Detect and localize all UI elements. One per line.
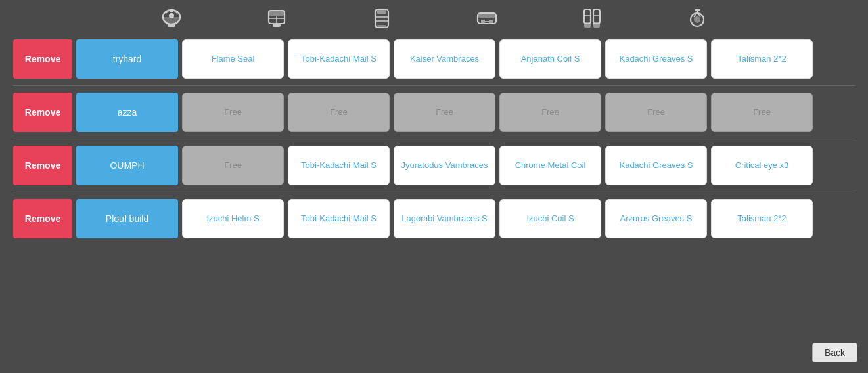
armor-piece-cell[interactable]: Free: [288, 93, 390, 132]
armor-piece-cell[interactable]: Flame Seal: [182, 39, 284, 79]
armor-piece-cell[interactable]: Free: [605, 93, 707, 132]
builds-area: RemovetryhardFlame SealTobi-Kadachi Mail…: [0, 34, 868, 257]
waist-icon-cell: [434, 5, 539, 32]
talisman-icon-cell: [645, 5, 750, 32]
armor-piece-cell[interactable]: Jyuratodus Vambraces: [394, 146, 495, 185]
svg-rect-15: [481, 20, 485, 24]
svg-rect-12: [377, 25, 386, 28]
armor-piece-cell[interactable]: Talisman 2*2: [711, 199, 813, 238]
remove-button[interactable]: Remove: [13, 199, 72, 238]
svg-rect-18: [584, 9, 591, 24]
armor-piece-cell[interactable]: Talisman 2*2: [711, 39, 813, 79]
remove-button[interactable]: Remove: [13, 146, 72, 185]
helm-icon-cell: [119, 5, 224, 32]
svg-rect-9: [377, 9, 386, 14]
svg-rect-20: [584, 22, 591, 28]
chest-icon-cell: [224, 5, 329, 32]
armor-piece-cell[interactable]: Free: [711, 93, 813, 132]
armor-piece-cell[interactable]: Tobi-Kadachi Mail S: [288, 39, 390, 79]
armor-piece-cell[interactable]: Arzuros Greaves S: [605, 199, 707, 238]
svg-rect-1: [168, 24, 175, 27]
build-row: RemovetryhardFlame SealTobi-Kadachi Mail…: [13, 39, 855, 86]
armor-piece-cell[interactable]: Free: [182, 93, 284, 132]
build-row: RemoveazzaFreeFreeFreeFreeFreeFree: [13, 93, 855, 139]
build-row: RemovePlouf buildIzuchi Helm STobi-Kadac…: [13, 199, 855, 245]
remove-button[interactable]: Remove: [13, 39, 72, 79]
svg-rect-14: [478, 13, 496, 18]
svg-rect-16: [489, 20, 493, 24]
armor-piece-cell[interactable]: Free: [182, 146, 284, 185]
chest-icon: [263, 5, 290, 32]
svg-rect-21: [593, 22, 600, 28]
arms-icon-cell: [329, 5, 434, 32]
build-name-button[interactable]: OUMPH: [76, 146, 178, 185]
svg-point-2: [169, 13, 174, 18]
svg-rect-19: [593, 9, 600, 24]
helm-icon: [158, 5, 185, 32]
armor-piece-cell[interactable]: Chrome Metal Coil: [499, 146, 601, 185]
build-name-button[interactable]: Plouf build: [76, 199, 178, 238]
talisman-icon: [684, 5, 710, 32]
armor-piece-cell[interactable]: Kaiser Vambraces: [394, 39, 495, 79]
arms-icon: [369, 5, 395, 32]
build-row: RemoveOUMPHFreeTobi-Kadachi Mail SJyurat…: [13, 146, 855, 192]
svg-rect-4: [269, 11, 285, 16]
armor-piece-cell[interactable]: Izuchi Coil S: [499, 199, 601, 238]
svg-rect-7: [273, 24, 281, 27]
build-name-button[interactable]: azza: [76, 93, 178, 132]
armor-piece-cell[interactable]: Free: [394, 93, 495, 132]
armor-piece-cell[interactable]: Free: [499, 93, 601, 132]
legs-icon-cell: [539, 5, 645, 32]
armor-piece-cell[interactable]: Critical eye x3: [711, 146, 813, 185]
svg-point-25: [694, 16, 700, 23]
armor-piece-cell[interactable]: Anjanath Coil S: [499, 39, 601, 79]
build-name-button[interactable]: tryhard: [76, 39, 178, 79]
legs-icon: [579, 5, 605, 32]
header-icon-row: [0, 0, 868, 34]
waist-icon: [474, 5, 500, 32]
armor-piece-cell[interactable]: Izuchi Helm S: [182, 199, 284, 238]
armor-piece-cell[interactable]: Tobi-Kadachi Mail S: [288, 199, 390, 238]
armor-piece-cell[interactable]: Kadachi Greaves S: [605, 146, 707, 185]
armor-piece-cell[interactable]: Kadachi Greaves S: [605, 39, 707, 79]
remove-button[interactable]: Remove: [13, 93, 72, 132]
back-button[interactable]: Back: [812, 343, 857, 362]
armor-piece-cell[interactable]: Tobi-Kadachi Mail S: [288, 146, 390, 185]
armor-piece-cell[interactable]: Lagombi Vambraces S: [394, 199, 495, 238]
